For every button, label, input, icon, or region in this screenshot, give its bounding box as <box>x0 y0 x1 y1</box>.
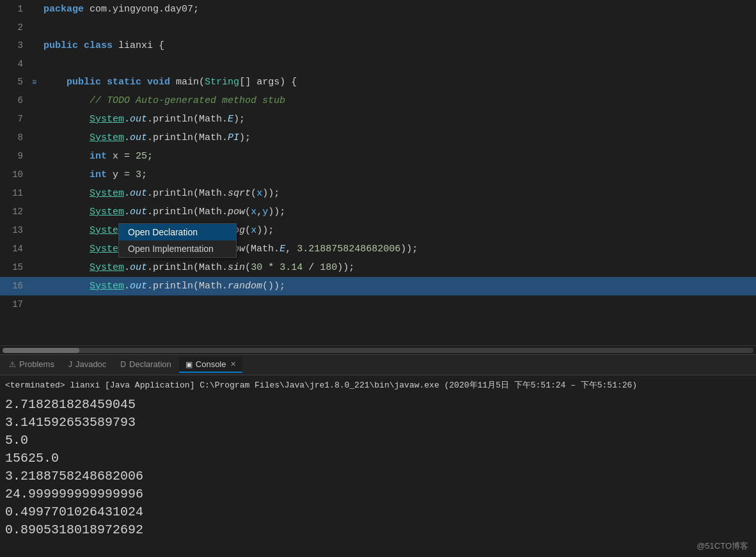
line-number: 5 <box>0 73 32 91</box>
code-token: random <box>228 281 262 292</box>
code-token: E <box>280 244 285 255</box>
console-output-line: 0.4997701026431024 <box>5 503 751 521</box>
code-line: 16 System.out.println(Math.random()); <box>0 277 756 295</box>
code-token: out <box>130 114 147 125</box>
code-content: public static void main(String[] args) { <box>41 74 297 91</box>
console-output-line: 0.8905318018972692 <box>5 521 751 539</box>
code-line: 4 <box>0 55 756 73</box>
code-content: int y = 3; <box>41 166 147 184</box>
declaration-tab-label: Declaration <box>129 359 171 369</box>
declaration-tab-icon: D <box>120 360 126 369</box>
code-token <box>78 40 84 51</box>
panel-tab-javadoc[interactable]: JJavadoc <box>62 357 113 373</box>
code-token: .println(Math. <box>147 262 228 273</box>
line-number: 4 <box>0 55 32 73</box>
watermark: @51CTO博客 <box>697 540 748 552</box>
code-line: 2 <box>0 19 756 36</box>
code-token: void <box>147 77 170 88</box>
code-token: ( <box>251 188 256 199</box>
code-token <box>43 151 90 162</box>
code-token: System <box>90 207 124 217</box>
code-token <box>43 188 90 199</box>
code-token: .println(Math. <box>147 188 228 199</box>
line-number: 2 <box>0 19 32 36</box>
code-token: .println(Math. <box>147 281 228 292</box>
code-line: 13 System.out.println(Math.log(x)); <box>0 221 756 240</box>
code-token: . <box>124 281 130 292</box>
code-token: public <box>43 40 78 51</box>
code-token: sqrt <box>228 188 251 199</box>
scrollbar-thumb[interactable] <box>3 348 79 353</box>
code-content: System.out.println(Math.E); <box>41 111 245 129</box>
code-token <box>43 132 90 143</box>
console-tab-close[interactable]: ✕ <box>230 360 236 368</box>
console-output: <terminated> lianxi [Java Application] C… <box>0 375 756 557</box>
code-token: E <box>228 114 233 125</box>
code-token: . <box>124 188 130 199</box>
open-implementation-menu-item[interactable]: Open Implementation <box>119 240 236 257</box>
console-tab-label: Console <box>196 359 226 369</box>
code-token: [] args) { <box>239 77 297 88</box>
code-token: ( <box>245 262 251 273</box>
code-token: int <box>90 169 107 180</box>
open-declaration-menu-item[interactable]: Open Declaration <box>119 224 236 240</box>
horizontal-scrollbar[interactable] <box>0 345 756 354</box>
code-line: 11 System.out.println(Math.sqrt(x)); <box>0 184 756 203</box>
code-line: 5≡ public static void main(String[] args… <box>0 73 756 91</box>
code-content: System.out.println(Math.PI); <box>41 129 251 147</box>
bottom-panel: ⚠ProblemsJJavadocDDeclaration▣Console ✕ … <box>0 354 756 557</box>
code-token <box>43 244 90 255</box>
code-token <box>43 77 67 88</box>
code-token: )); <box>256 225 274 236</box>
code-line: 1package com.yingyong.day07; <box>0 0 756 19</box>
code-token: . <box>124 132 130 143</box>
code-token: // TODO Auto-generated method stub <box>90 95 285 106</box>
code-token: y <box>262 207 268 217</box>
console-terminated-text: <terminated> lianxi [Java Application] C… <box>5 378 751 392</box>
panel-tab-declaration[interactable]: DDeclaration <box>114 357 177 373</box>
code-line: 9 int x = 25; <box>0 147 756 166</box>
panel-tab-problems[interactable]: ⚠Problems <box>3 357 61 373</box>
line-number: 7 <box>0 110 32 128</box>
code-content: System.out.println(Math.sqrt(x)); <box>41 185 280 203</box>
code-token: 3 <box>136 169 141 180</box>
code-line: 8 System.out.println(Math.PI); <box>0 129 756 147</box>
code-token: .println(Math. <box>147 207 228 217</box>
code-line: 7 System.out.println(Math.E); <box>0 110 756 129</box>
code-token: pow <box>228 207 245 217</box>
code-token <box>43 281 90 292</box>
code-token: .println(Math. <box>147 114 228 125</box>
line-number: 17 <box>0 295 32 313</box>
line-number: 1 <box>0 0 32 18</box>
code-token: 30 <box>251 262 262 273</box>
code-token: . <box>124 262 130 273</box>
code-token: ; <box>147 151 153 162</box>
code-token: main( <box>170 77 205 88</box>
context-menu[interactable]: Open Declaration Open Implementation <box>118 223 237 258</box>
javadoc-tab-label: Javadoc <box>75 359 106 369</box>
code-line: 12 System.out.println(Math.pow(x,y)); <box>0 203 756 221</box>
code-token: System <box>90 262 124 273</box>
console-output-line: 3.141592653589793 <box>5 414 751 432</box>
code-token: class <box>84 40 113 51</box>
code-content: System.out.println(Math.sin(30 * 3.14 / … <box>41 259 354 277</box>
code-token: lianxi { <box>113 40 164 51</box>
code-token: PI <box>228 132 239 143</box>
code-token: public <box>67 77 101 88</box>
code-token: out <box>130 207 147 217</box>
code-token: System <box>90 281 124 292</box>
code-token: ( <box>245 225 251 236</box>
line-number: 9 <box>0 147 32 165</box>
code-line: 3public class lianxi { <box>0 36 756 55</box>
code-token: String <box>205 77 239 88</box>
code-token: package <box>43 4 84 15</box>
panel-tab-console[interactable]: ▣Console ✕ <box>179 357 243 373</box>
code-token: ()); <box>262 281 285 292</box>
code-line: 14 System.out.println(Math.pow(Math.E, 3… <box>0 240 756 258</box>
code-token: ; <box>141 169 147 180</box>
line-number: 10 <box>0 166 32 184</box>
code-content: int x = 25; <box>41 148 153 166</box>
code-token: out <box>130 262 147 273</box>
code-line: 6 // TODO Auto-generated method stub <box>0 91 756 110</box>
code-token: )); <box>337 262 354 273</box>
